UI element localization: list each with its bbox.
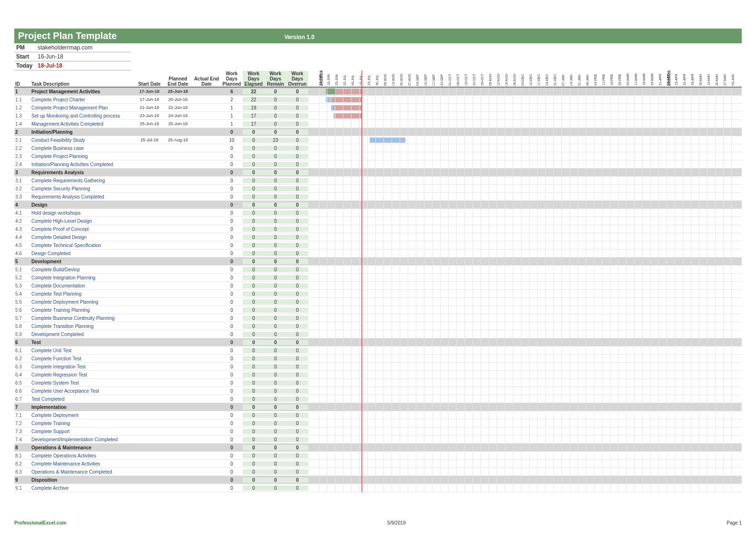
cell-desc: Complete Build/Devlop xyxy=(30,267,135,272)
cell-wp: 0 xyxy=(221,146,243,151)
cell-wr: 0 xyxy=(265,453,286,458)
cell-ped: 22-Jun-18 xyxy=(164,105,192,110)
task-row: 7.2Complete Training0000 xyxy=(14,419,319,427)
cell-we: 0 xyxy=(243,251,265,256)
cell-sd: 23-Jun-18 xyxy=(135,113,164,118)
week-label: 15-APR xyxy=(675,74,678,86)
week-label: 17-SEP xyxy=(432,74,435,86)
gantt-row xyxy=(319,120,742,128)
gantt-row xyxy=(319,96,742,104)
meta-today-value: 18-Jul-18 xyxy=(36,61,64,70)
gridline xyxy=(416,88,416,492)
gantt-row xyxy=(319,290,742,298)
cell-wr: 0 xyxy=(265,105,286,110)
task-row: 5.6Complete Training Planning0000 xyxy=(14,306,319,314)
cell-id: 1.1 xyxy=(14,97,30,102)
week-label: 11-MAR xyxy=(634,73,638,86)
cell-desc: Complete High-Level Design xyxy=(30,218,135,224)
cell-wp: 0 xyxy=(221,299,243,305)
cell-desc: Complete Training Planning xyxy=(30,307,135,313)
hdr-actual-end: Actual End Date xyxy=(192,76,221,87)
gridline xyxy=(392,88,392,492)
week-label: 04-FEB xyxy=(594,74,597,86)
cell-we: 0 xyxy=(243,364,265,369)
cell-id: 2.1 xyxy=(14,138,30,143)
cell-wo: 0 xyxy=(286,453,308,458)
cell-desc: Development xyxy=(30,259,135,264)
week-label: 28-JAN xyxy=(586,75,589,86)
gridline xyxy=(383,88,384,492)
cell-desc: Complete Detailed Design xyxy=(30,235,135,240)
task-row: 5.2Complete Integration Planning0000 xyxy=(14,274,319,282)
gridline xyxy=(472,88,473,492)
cell-we: 0 xyxy=(243,299,265,305)
gantt-row xyxy=(319,411,742,419)
cell-wo: 0 xyxy=(286,202,308,208)
cell-we: 0 xyxy=(243,186,265,191)
cell-desc: Complete Training xyxy=(30,421,135,426)
cell-id: 7.1 xyxy=(14,413,30,418)
cell-wr: 0 xyxy=(265,332,286,337)
gantt-row xyxy=(319,338,742,347)
cell-wo: 0 xyxy=(286,469,308,475)
cell-we: 0 xyxy=(243,421,265,426)
cell-desc: Disposition xyxy=(30,477,135,483)
cell-we: 22 xyxy=(243,89,265,94)
gantt-row xyxy=(319,249,742,258)
gridline xyxy=(658,88,659,492)
hdr-wdo: Work Days Overrun xyxy=(286,71,308,87)
cell-desc: Complete Test Planning xyxy=(30,291,135,297)
week-label: 06-MAY xyxy=(699,74,702,86)
cell-desc: Complete Business Continuity Planning xyxy=(30,316,135,321)
cell-desc: Initiation/Planning Activities Completed xyxy=(30,162,135,167)
cell-wr: 0 xyxy=(265,202,286,208)
week-label: 09-JUL xyxy=(351,75,354,86)
gridline xyxy=(367,88,368,492)
gantt-bar xyxy=(326,89,335,94)
task-grid: ID Task Description Start Date Planned E… xyxy=(14,70,319,492)
week-label: 24-SEP xyxy=(440,74,443,86)
gantt-row xyxy=(319,274,742,282)
cell-wo: 0 xyxy=(286,138,308,143)
task-row: 5.4Complete Test Planning0000 xyxy=(14,290,319,298)
title-bar: Project Plan Template Version 1.0 xyxy=(14,29,742,43)
week-label: 24-DEC xyxy=(545,74,549,86)
gridline xyxy=(618,88,619,492)
cell-wp: 0 xyxy=(221,227,243,232)
task-row: 8.2Complete Maintenance Activities0000 xyxy=(14,460,319,468)
cell-we: 0 xyxy=(243,138,265,143)
cell-wp: 0 xyxy=(221,243,243,248)
cell-id: 3.1 xyxy=(14,178,30,183)
gridline xyxy=(569,88,570,492)
cell-wp: 1 xyxy=(221,105,243,110)
cell-wr: 0 xyxy=(265,210,286,216)
gantt-row xyxy=(319,258,742,266)
gridline xyxy=(731,88,732,492)
week-label: 25-MAR xyxy=(650,73,654,86)
cell-ped: 25-Jun-18 xyxy=(164,121,192,126)
cell-we: 0 xyxy=(243,307,265,313)
task-row: 1Project Management Activities17-Jun-182… xyxy=(14,88,319,96)
cell-wp: 0 xyxy=(221,421,243,426)
cell-desc: Requirements Analysis Completed xyxy=(30,194,135,199)
cell-wo: 0 xyxy=(286,396,308,402)
gridline xyxy=(424,88,424,492)
task-row: 6.3Complete Integration Test0000 xyxy=(14,363,319,371)
week-label: 29-OCT xyxy=(481,74,484,86)
week-label: 14-JAN xyxy=(569,75,573,86)
cell-wr: 0 xyxy=(265,356,286,361)
gantt-row xyxy=(319,217,742,225)
cell-wo: 0 xyxy=(286,259,308,264)
cell-desc: Complete Operations Activities xyxy=(30,453,135,458)
week-label: 11-FEB xyxy=(602,74,605,86)
cell-wo: 0 xyxy=(286,283,308,288)
cell-desc: Complete Deployment xyxy=(30,413,135,418)
cell-wo: 0 xyxy=(286,332,308,337)
cell-wr: 0 xyxy=(265,251,286,256)
cell-wo: 0 xyxy=(286,340,308,345)
gantt-overrun-bar xyxy=(336,89,362,94)
cell-wp: 0 xyxy=(221,324,243,329)
week-label: 19-NOV xyxy=(505,74,508,86)
week-label: 13-MAY xyxy=(707,74,710,86)
cell-we: 0 xyxy=(243,170,265,175)
